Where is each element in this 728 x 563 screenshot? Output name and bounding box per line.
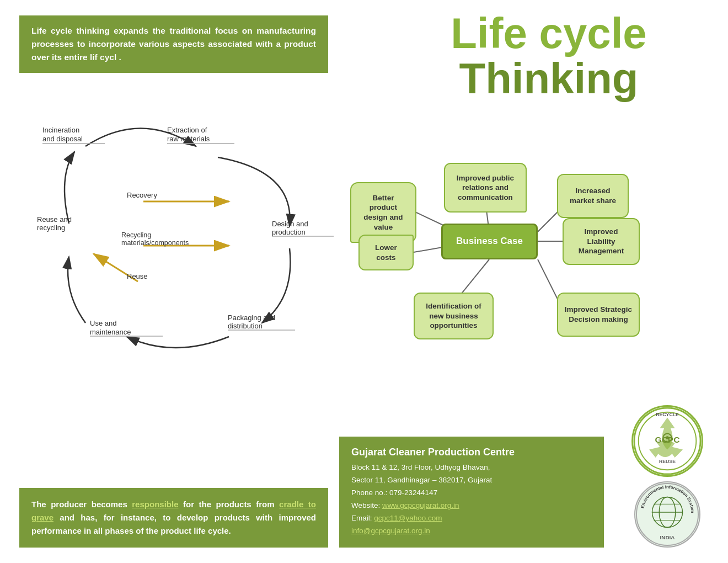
svg-text:REUSE: REUSE [659,459,676,464]
contact-email2-link[interactable]: info@gcpcgujarat.org.in [351,527,430,535]
contact-email-label: Email: [351,514,374,522]
bottom-text-before: The producer becomes [31,500,132,509]
svg-text:Extraction of: Extraction of [167,126,207,134]
contact-line1: Block 11 & 12, 3rd Floor, Udhyog Bhavan, [351,463,490,471]
svg-text:recycling: recycling [37,224,65,232]
svg-text:distribution: distribution [228,322,263,330]
svg-text:Recycling: Recycling [121,231,151,239]
svg-text:production: production [272,228,306,236]
svg-text:Incineration: Incineration [42,126,79,134]
title-line2: Thinking [386,56,711,102]
page-wrapper: Life cycle thinking expands the traditio… [0,0,728,563]
svg-text:Packaging and: Packaging and [228,314,275,322]
contact-phone: Phone no.: 079-23244147 [351,488,437,497]
gcpc-logo-svg: RECYCLE GCPC REUSE [633,406,702,476]
svg-text:INDIA: INDIA [660,534,675,540]
intro-box: Life cycle thinking expands the traditio… [19,15,328,73]
svg-text:and disposal: and disposal [42,135,83,143]
logos-area: RECYCLE GCPC REUSE [623,405,711,548]
contact-details: Block 11 & 12, 3rd Floor, Udhyog Bhavan,… [351,461,592,538]
svg-text:RECYCLE: RECYCLE [656,412,679,417]
bottom-text-middle: for the products from [178,500,279,509]
gcpc-logo: RECYCLE GCPC REUSE [631,405,703,477]
eis-logo: Environmental Information System INDIA [634,481,700,548]
bottom-left-box: The producer becomes responsible for the… [19,488,328,548]
svg-text:materials/components: materials/components [121,239,189,247]
svg-text:Design and: Design and [272,220,308,228]
title-area: Life cycle Thinking [386,11,711,102]
lower-costs-bubble: Lowercosts [358,235,414,270]
bottom-text-after: and has, for instance, to develop produc… [31,513,316,535]
org-name: Gujarat Cleaner Production Centre [351,447,592,458]
contact-box: Gujarat Cleaner Production Centre Block … [339,437,604,548]
identification-bubble: Identification ofnew businessopportuniti… [414,293,494,339]
contact-website-label: Website: [351,501,382,509]
svg-text:Recovery: Recovery [127,191,157,199]
bottom-highlight1: responsible [132,500,178,509]
improved-pr-bubble: Improved publicrelations andcommunicatio… [444,163,527,213]
bc-container: Business Case Betterproductdesign andval… [342,116,717,370]
improved-strategic-bubble: Improved StrategicDecision making [557,293,640,337]
business-area: Business Case Betterproductdesign andval… [342,116,717,370]
svg-text:maintenance: maintenance [90,328,131,336]
improved-liability-bubble: ImprovedLiabilityManagement [563,218,640,265]
contact-line2: Sector 11, Gandhinagar – 382017, Gujarat [351,476,492,484]
cycle-svg: Incineration and disposal Extraction of … [19,116,339,370]
eis-logo-svg: Environmental Information System INDIA [635,482,699,547]
better-product-bubble: Betterproductdesign andvalue [350,182,416,243]
svg-point-38 [666,436,669,439]
svg-text:raw materials: raw materials [167,135,210,143]
svg-line-32 [538,259,560,304]
cycle-diagram: Incineration and disposal Extraction of … [19,116,339,370]
contact-email-link[interactable]: gcpc11@yahoo.com [374,514,442,522]
svg-text:Reuse and: Reuse and [37,215,72,224]
intro-text: Life cycle thinking expands the traditio… [31,26,316,62]
svg-text:Use and: Use and [90,319,116,327]
contact-website-link[interactable]: www.gcpcgujarat.org.in [382,501,459,509]
business-case-bubble: Business Case [441,224,538,259]
title-line1: Life cycle [386,11,711,56]
increased-market-share-bubble: Increasedmarket share [557,174,629,218]
svg-text:Reuse: Reuse [127,272,148,280]
